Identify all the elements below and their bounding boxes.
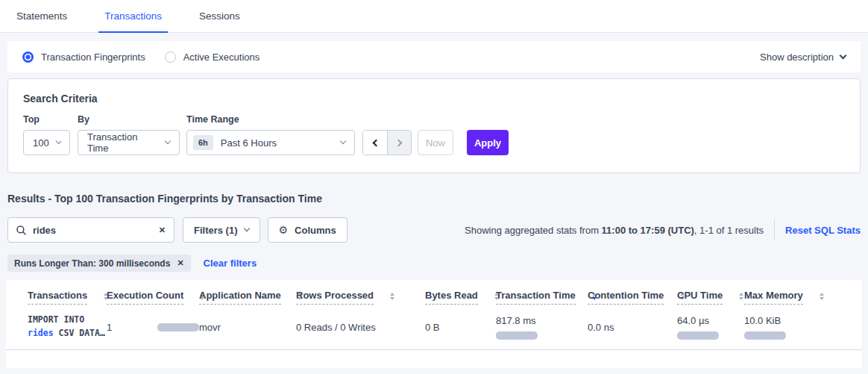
bytes-read-cell: 0 B [425,322,496,333]
clear-search-icon[interactable]: ✕ [159,225,166,235]
sort-icon[interactable] [820,293,824,300]
top-select[interactable]: 100 [23,130,70,155]
chevron-down-icon [840,52,847,59]
chevron-left-icon [373,139,380,146]
table-header-row: Transactions Execution Count Application… [6,280,862,305]
tab-transactions[interactable]: Transactions [98,0,168,32]
chevron-down-icon [165,138,171,144]
column-header-transactions[interactable]: Transactions [28,290,107,305]
radio-unselected-icon [165,52,176,63]
radio-active-executions[interactable]: Active Executions [165,52,260,63]
stats-prefix: Showing aggregated stats from [465,225,602,236]
stats-time-range: 11:00 to 17:59 (UTC) [602,225,694,236]
aggregated-stats-summary: Showing aggregated stats from 11:00 to 1… [465,219,861,240]
results-heading: Results - Top 100 Transaction Fingerprin… [7,193,322,205]
active-filters-row: Runs Longer Than: 300 milliseconds ✕ Cle… [7,255,257,272]
view-mode-card: Transaction Fingerprints Active Executio… [7,41,861,72]
reset-sql-stats-link[interactable]: Reset SQL Stats [785,225,861,236]
previous-time-window-button[interactable] [363,131,387,155]
contention-time-cell: 0.0 ns [588,322,677,333]
transaction-time-cell: 817.8 ms [496,315,588,340]
execution-count-cell: 1 [107,322,199,333]
results-table: Transactions Execution Count Application… [6,280,862,368]
chevron-down-icon [55,138,61,144]
radio-transaction-fingerprints-label: Transaction Fingerprints [41,52,145,63]
sort-icon[interactable] [390,293,394,300]
filters-button[interactable]: Filters (1) [183,217,260,243]
next-time-window-button[interactable] [387,131,411,155]
column-header-bytes-read[interactable]: Bytes Read [425,290,496,305]
chevron-down-icon [243,225,249,231]
search-criteria-card: Search Criteria Top 100 By Transaction T… [7,78,861,173]
max-memory-bar [744,331,786,340]
apply-button[interactable]: Apply [467,130,509,155]
transaction-time-bar [496,331,538,340]
chevron-right-icon [394,139,402,146]
top-label: Top [23,114,70,125]
show-description-label: Show description [760,52,834,63]
rows-processed-cell: 0 Reads / 0 Writes [296,322,425,333]
filters-button-label: Filters (1) [194,225,238,236]
divider [774,219,775,240]
time-range-badge: 6h [193,135,213,150]
top-field: Top 100 [23,114,70,155]
column-header-rows-processed[interactable]: Rows Processed [296,290,425,305]
column-header-application-name[interactable]: Application Name [199,290,296,305]
remove-filter-icon[interactable]: ✕ [177,258,183,268]
search-criteria-title: Search Criteria [23,93,845,105]
sort-icon[interactable] [739,293,743,300]
time-range-value: Past 6 Hours [221,137,333,149]
radio-transaction-fingerprints[interactable]: Transaction Fingerprints [22,52,145,63]
column-header-transaction-time[interactable]: Transaction Time [496,290,588,305]
application-name-cell: movr [199,322,296,333]
by-select-value: Transaction Time [87,131,158,154]
columns-button[interactable]: ⚙ Columns [268,217,347,243]
radio-active-executions-label: Active Executions [183,52,260,63]
tab-statements-label: Statements [16,10,67,22]
column-header-cpu-time[interactable]: CPU Time [677,290,744,305]
columns-button-label: Columns [295,225,336,236]
execution-count-bar [157,323,199,331]
show-description-toggle[interactable]: Show description [760,52,846,63]
column-header-execution-count[interactable]: Execution Count [107,290,199,305]
now-button[interactable]: Now [418,130,453,155]
by-label: By [78,114,180,125]
transaction-fingerprint-link[interactable]: rides [28,328,54,338]
gear-icon: ⚙ [279,225,289,235]
transaction-fingerprint-cell: IMPORT INTO rides CSV DATA… [28,314,107,340]
by-select[interactable]: Transaction Time [78,130,180,155]
time-window-arrows [362,130,412,155]
clear-filters-link[interactable]: Clear filters [204,258,257,269]
tab-sessions-label: Sessions [199,10,240,22]
cpu-time-bar [677,331,719,340]
top-select-value: 100 [33,137,49,149]
tab-statements[interactable]: Statements [10,0,73,32]
search-icon [16,225,26,235]
tab-sessions[interactable]: Sessions [193,0,246,32]
cpu-time-cell: 64.0 µs [677,315,744,340]
filter-chip-label: Runs Longer Than: 300 milliseconds [14,258,170,269]
time-range-label: Time Range [186,114,355,125]
results-controls: ✕ Filters (1) ⚙ Columns Showing aggregat… [7,217,861,243]
sql-activity-transactions-page: Statements Transactions Sessions Transac… [0,0,868,374]
time-range-field: Time Range 6h Past 6 Hours [186,114,355,155]
by-field: By Transaction Time [78,114,180,155]
max-memory-cell: 10.0 KiB [744,315,862,340]
chevron-down-icon [340,138,346,144]
search-input[interactable] [33,225,152,236]
column-header-contention-time[interactable]: Contention Time [588,290,677,305]
tab-transactions-label: Transactions [104,10,162,22]
search-box: ✕ [7,217,174,243]
time-range-select[interactable]: 6h Past 6 Hours [186,130,355,155]
filter-chip-runs-longer-than[interactable]: Runs Longer Than: 300 milliseconds ✕ [7,255,191,272]
column-header-max-memory[interactable]: Max Memory [744,290,862,305]
table-row: IMPORT INTO rides CSV DATA… 1 movr 0 Rea… [6,305,862,350]
tab-bar: Statements Transactions Sessions [0,0,868,33]
stats-suffix: , 1-1 of 1 results [694,225,764,236]
radio-selected-icon [22,52,34,63]
